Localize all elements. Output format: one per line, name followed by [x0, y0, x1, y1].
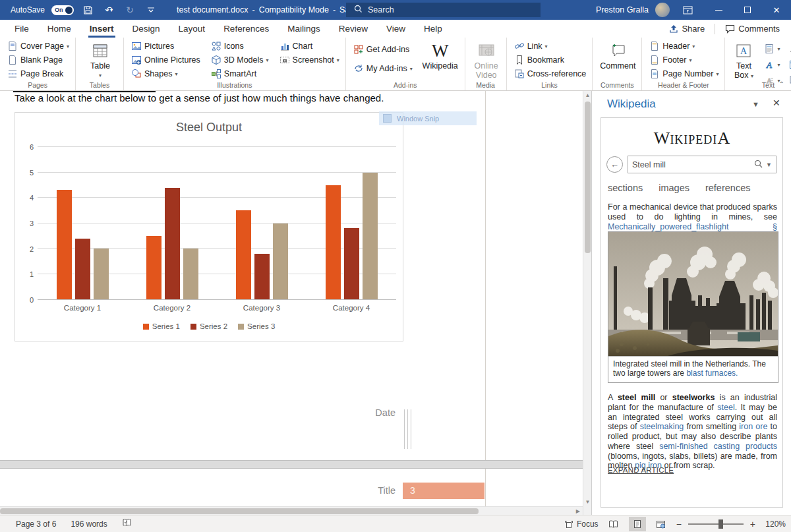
wiki-link[interactable]: blast furnaces.	[686, 369, 738, 378]
online-pictures-button[interactable]: Online Pictures	[129, 53, 202, 67]
tab-design[interactable]: Design	[123, 20, 169, 38]
title-placeholder[interactable]: Title	[348, 485, 396, 496]
cover-page-button[interactable]: Cover Page▾	[5, 40, 71, 53]
undo-button[interactable]: ↶▾	[102, 3, 116, 17]
pane-options-chevron-icon[interactable]: ▼	[752, 100, 759, 108]
pictures-button[interactable]: Pictures	[129, 40, 202, 53]
document-canvas[interactable]: Take a look at the chart below to get a …	[0, 91, 583, 506]
wiki-tab-references[interactable]: references	[705, 183, 751, 193]
word-count[interactable]: 196 words	[71, 519, 107, 529]
my-add-ins-icon	[353, 63, 364, 74]
cross-reference-button[interactable]: Cross-reference	[512, 67, 589, 80]
legend-swatch	[238, 324, 244, 330]
chart-button[interactable]: Chart	[278, 40, 341, 53]
header-button[interactable]: Header▾	[647, 40, 720, 53]
group-label: Illustrations	[124, 81, 345, 89]
tab-file[interactable]: File	[5, 20, 38, 38]
wiki-search-icon[interactable]	[754, 160, 763, 170]
search-bar[interactable]: Search	[346, 3, 541, 17]
tab-home[interactable]: Home	[38, 20, 80, 38]
ribbon-tabs: FileHomeInsertDesignLayoutReferencesMail…	[0, 20, 452, 38]
tab-view[interactable]: View	[377, 20, 415, 38]
share-label: Share	[682, 24, 705, 34]
icons-button[interactable]: Icons	[209, 40, 271, 53]
blank-page-button[interactable]: Blank Page	[5, 53, 71, 67]
wiki-link[interactable]: steel	[717, 403, 734, 412]
table-button[interactable]: Table ▾	[81, 40, 119, 79]
wiki-search-field[interactable]: Steel mill ▼	[628, 156, 776, 173]
user-avatar[interactable]	[655, 3, 670, 17]
page-indicator[interactable]: Page 3 of 6	[16, 519, 56, 529]
link-button[interactable]: Link▾	[512, 40, 589, 53]
tab-review[interactable]: Review	[330, 20, 377, 38]
online-video-button[interactable]: Online Video	[471, 40, 502, 80]
zoom-level[interactable]: 120%	[762, 519, 786, 529]
cover-page-icon	[7, 41, 18, 51]
tab-help[interactable]: Help	[415, 20, 452, 38]
save-icon[interactable]	[80, 3, 95, 17]
footer-button[interactable]: Footer▾	[647, 53, 720, 67]
maximize-button[interactable]	[733, 0, 762, 20]
zoom-in-button[interactable]: +	[750, 519, 755, 529]
date-time-button[interactable]	[787, 58, 791, 71]
quick-parts-button[interactable]: ▾	[762, 42, 782, 55]
zoom-out-button[interactable]: −	[676, 519, 682, 529]
date-placeholder[interactable]: Date	[348, 407, 396, 418]
comments-label: Comments	[738, 24, 780, 34]
minimize-button[interactable]	[704, 0, 733, 20]
tab-insert[interactable]: Insert	[80, 20, 123, 38]
wiki-tab-images[interactable]: images	[659, 183, 689, 193]
tab-layout[interactable]: Layout	[169, 20, 215, 38]
close-button[interactable]: ✕	[762, 0, 791, 20]
page-break-button[interactable]: Page Break	[5, 67, 71, 80]
read-mode-button[interactable]	[605, 517, 622, 531]
vertical-scroll-thumb[interactable]	[585, 102, 591, 253]
quick-parts-icon	[764, 44, 775, 54]
redo-button[interactable]: ↻	[123, 3, 137, 17]
print-layout-button[interactable]	[629, 517, 646, 531]
expand-article-link[interactable]: EXPAND ARTICLE	[608, 466, 674, 474]
wiki-link[interactable]: iron ore	[739, 422, 767, 431]
my-add-ins-button[interactable]: My Add-ins▾	[351, 62, 415, 75]
signature-line-button[interactable]: ▾	[787, 42, 791, 55]
horizontal-scroll-thumb[interactable]	[0, 508, 479, 514]
shapes-icon	[131, 69, 142, 79]
collapse-ribbon-icon[interactable]: ⌃	[779, 80, 784, 88]
wordart-button[interactable]: A ▾	[762, 58, 782, 71]
zoom-slider[interactable]	[688, 523, 744, 525]
wiki-link[interactable]: steelmaking	[640, 422, 684, 431]
shapes-button[interactable]: Shapes▾	[129, 67, 202, 80]
vertical-scrollbar[interactable]: ▲ ▼	[583, 91, 591, 515]
3d-models-button[interactable]: 3D Models▾	[209, 53, 271, 67]
autosave-toggle[interactable]: On	[51, 5, 74, 15]
wiki-tab-sections[interactable]: sections	[608, 183, 643, 193]
tab-mailings[interactable]: Mailings	[278, 20, 330, 38]
blank-page-icon	[7, 55, 18, 65]
zoom-slider-thumb[interactable]	[718, 519, 723, 529]
wiki-search-chevron-icon[interactable]: ▼	[766, 162, 772, 168]
web-layout-button[interactable]	[653, 517, 670, 531]
pane-close-icon[interactable]: ✕	[773, 98, 780, 108]
window-snip-icon	[383, 114, 392, 123]
tab-references[interactable]: References	[214, 20, 278, 38]
wiki-link[interactable]: semi-finished casting products	[659, 442, 777, 451]
bookmark-button[interactable]: Bookmark	[512, 53, 589, 67]
comment-button[interactable]: Comment	[598, 40, 637, 71]
text-box-button[interactable]: A Text Box ▾	[730, 40, 757, 80]
back-button[interactable]: ←	[606, 156, 623, 173]
qat-customize-icon[interactable]	[144, 3, 158, 17]
comments-toggle-button[interactable]: Comments	[719, 22, 786, 36]
proofing-icon[interactable]	[122, 518, 132, 529]
screenshot-button[interactable]: Screenshot▾	[278, 53, 341, 67]
legend-label: Series 3	[247, 322, 275, 330]
get-add-ins-button[interactable]: Get Add-ins	[351, 43, 415, 56]
wikipedia-button[interactable]: W Wikipedia	[420, 40, 461, 71]
share-button[interactable]: Share	[663, 22, 711, 36]
chart[interactable]: Steel Output 0123456 Category 1Category …	[15, 112, 403, 341]
focus-button[interactable]: Focus	[564, 519, 599, 529]
horizontal-scrollbar[interactable]: ▶	[0, 506, 583, 515]
legend-item: Series 2	[190, 322, 227, 330]
page-number-button[interactable]: Page Number▾	[647, 67, 720, 80]
smartart-button[interactable]: SmartArt	[209, 67, 271, 80]
ribbon-display-options-icon[interactable]	[679, 3, 696, 17]
